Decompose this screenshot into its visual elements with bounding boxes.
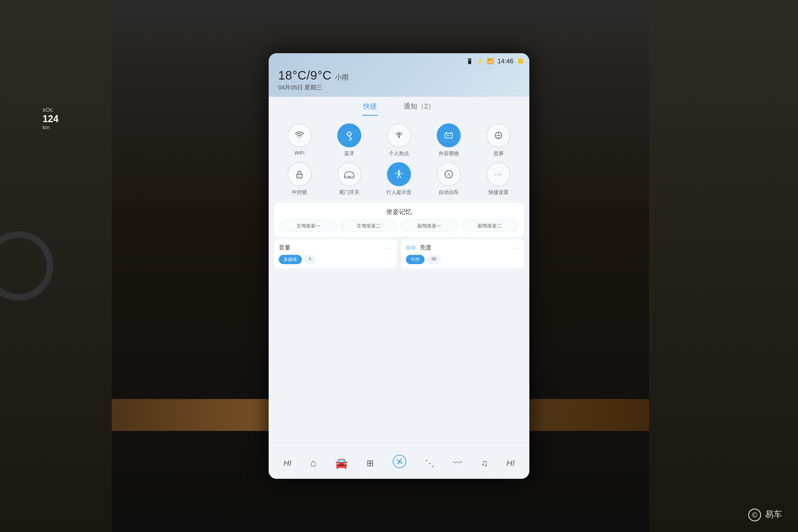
seat-memory-title: 坐姿记忆: [279, 208, 519, 216]
nav-hi-left[interactable]: HI: [283, 459, 291, 468]
weather-section: 18°C/9°C 小雨 04月05日 星期三: [269, 67, 529, 97]
trunk-icon: [337, 162, 361, 186]
car-icon: 🚘: [335, 457, 348, 469]
screen-off-button[interactable]: 息屏: [476, 124, 521, 157]
hi-right-text: HI: [507, 459, 514, 468]
quick-settings-icon: ···: [487, 162, 510, 186]
watermark: © 易车: [748, 509, 782, 521]
home-icon: ⌂: [310, 457, 316, 469]
mirror-label: 外后视镜: [439, 150, 459, 157]
volume-media-tab[interactable]: 多媒体: [279, 255, 302, 264]
seat-driver-2[interactable]: 主驾坐姿二: [340, 220, 398, 232]
status-bar: 📱 ⚡ 📶 14:46: [269, 53, 529, 67]
soc-km: km: [42, 125, 58, 131]
clock: 14:46: [497, 57, 513, 65]
weather-condition: 小雨: [335, 73, 349, 82]
volume-value: 5: [304, 255, 316, 264]
dashboard-left: sOc 124 km: [0, 0, 112, 532]
brightness-sub: 自动: [406, 244, 416, 251]
auto-park-label: 自动泊车: [439, 189, 459, 196]
main-screen: 📱 ⚡ 📶 14:46 18°C/9°C 小雨 04月05日 星期三 快捷 通知…: [269, 53, 529, 479]
svg-text:A: A: [447, 172, 450, 177]
trunk-label: 尾门开关: [339, 189, 359, 196]
nav-music[interactable]: ♫: [481, 458, 488, 468]
volume-dots[interactable]: ···: [386, 245, 392, 251]
bluetooth-button[interactable]: 蓝牙: [327, 124, 371, 157]
mirror-button[interactable]: 外后视镜: [427, 124, 471, 157]
nav-home[interactable]: ⌂: [310, 457, 316, 469]
date-display: 04月05日 星期三: [278, 83, 520, 92]
central-lock-label: 中控锁: [292, 189, 307, 196]
steering-wheel: [0, 231, 53, 301]
brightness-sources: 中控 86: [406, 255, 519, 264]
yellow-indicator: [518, 59, 523, 63]
seat-passenger-2[interactable]: 副驾坐姿二: [461, 220, 519, 232]
auto-park-button[interactable]: A 自动泊车: [427, 162, 471, 196]
bluetooth-icon: [337, 124, 361, 147]
tab-quick[interactable]: 快捷: [350, 97, 390, 116]
seat-passenger-1[interactable]: 副驾坐姿一: [400, 220, 458, 232]
svg-point-4: [299, 175, 300, 177]
main-content: 快捷 通知（2） WiFi: [269, 97, 529, 447]
pedestrian-label: 行人提示音: [386, 189, 412, 196]
hotspot-icon: [387, 124, 411, 147]
brightness-title: 亮度: [420, 244, 432, 252]
quick-settings-label: 快捷设置: [488, 189, 509, 196]
wifi-icon: [288, 124, 311, 147]
seat-driver-1[interactable]: 主驾坐姿一: [279, 220, 337, 232]
pedestrian-icon: [387, 162, 411, 186]
brightness-central-tab[interactable]: 中控: [406, 255, 424, 264]
central-lock-button[interactable]: 中控锁: [277, 162, 322, 196]
wifi-label: WiFi: [294, 150, 305, 156]
soc-label: sOc: [42, 107, 58, 113]
nav-car[interactable]: 🚘: [335, 457, 348, 469]
volume-card: 音量 ··· 多媒体 5: [274, 240, 397, 268]
mirror-icon: [437, 124, 461, 147]
nav-hi-right[interactable]: HI: [507, 459, 514, 468]
brightness-value: 86: [427, 255, 441, 264]
dashboard-right: [649, 0, 798, 532]
controls-row: 音量 ··· 多媒体 5 自动 亮度 ···: [274, 240, 524, 268]
watermark-circle: ©: [748, 509, 761, 521]
quick-grid: WiFi 蓝牙: [269, 116, 529, 200]
hotspot-label: 个人热点: [389, 150, 409, 157]
screen-inner: 📱 ⚡ 📶 14:46 18°C/9°C 小雨 04月05日 星期三 快捷 通知…: [269, 53, 529, 479]
brightness-dots[interactable]: ···: [513, 245, 519, 251]
screen-off-label: 息屏: [493, 150, 504, 157]
hotspot-button[interactable]: 个人热点: [377, 124, 421, 157]
quick-settings-button[interactable]: ··· 快捷设置: [476, 162, 521, 196]
soc-value: 124: [42, 113, 58, 125]
pedestrian-button[interactable]: 行人提示音: [377, 162, 421, 196]
screen-off-icon: [487, 124, 510, 147]
bluetooth-status-icon: ⚡: [477, 58, 483, 64]
apps-icon: ⊞: [366, 458, 374, 468]
seat-buttons: 主驾坐姿一 主驾坐姿二 副驾坐姿一 副驾坐姿二: [279, 220, 519, 232]
brightness-card: 自动 亮度 ··· 中控 86: [401, 240, 524, 268]
trunk-button[interactable]: 尾门开关: [327, 162, 371, 196]
auto-park-icon: A: [437, 162, 461, 186]
hi-left-text: HI: [283, 459, 291, 468]
brightness-header: 自动 亮度 ···: [406, 244, 519, 252]
nav-climate[interactable]: [393, 455, 406, 472]
nav-seat[interactable]: ⋱: [425, 458, 434, 469]
volume-header: 音量 ···: [279, 244, 392, 252]
tab-bar: 快捷 通知（2）: [269, 97, 529, 116]
nav-assist[interactable]: 〰: [453, 458, 462, 468]
phone-icon: 📱: [466, 58, 473, 64]
volume-sources: 多媒体 5: [279, 255, 392, 264]
volume-title: 音量: [279, 244, 290, 252]
assist-icon: 〰: [453, 458, 462, 468]
fan-icon: [393, 455, 406, 472]
svg-rect-1: [445, 133, 453, 138]
music-icon: ♫: [481, 458, 488, 468]
seat-icon: ⋱: [425, 458, 434, 469]
tab-notify[interactable]: 通知（2）: [390, 97, 448, 116]
soc-display: sOc 124 km: [42, 107, 58, 131]
wifi-button[interactable]: WiFi: [277, 124, 322, 157]
temperature-display: 18°C/9°C: [278, 68, 332, 82]
nav-apps[interactable]: ⊞: [366, 458, 374, 468]
signal-icon: 📶: [487, 58, 494, 64]
svg-point-10: [398, 460, 401, 462]
bluetooth-label: 蓝牙: [344, 150, 354, 157]
svg-point-5: [349, 177, 350, 178]
